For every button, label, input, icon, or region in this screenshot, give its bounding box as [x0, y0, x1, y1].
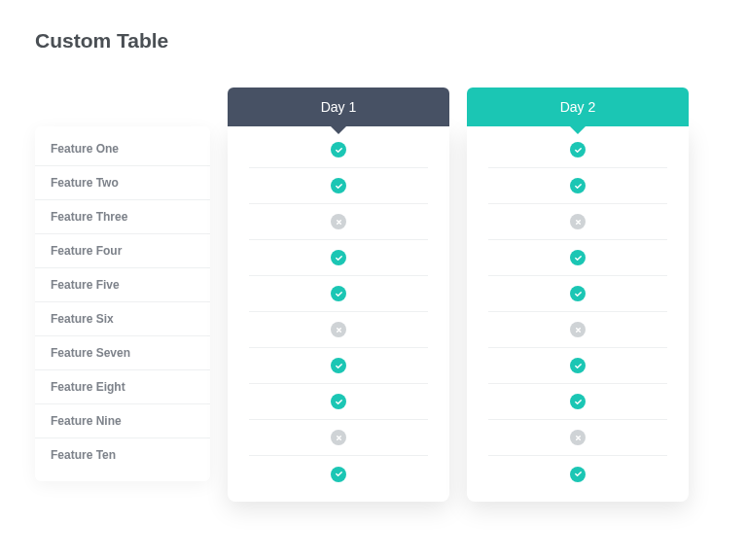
- feature-label-column: Feature One Feature Two Feature Three Fe…: [35, 126, 210, 481]
- feature-label: Feature One: [35, 132, 210, 166]
- table-cell: [488, 384, 667, 420]
- check-icon: [331, 467, 346, 482]
- table-cell: [249, 132, 428, 168]
- table-cell: [488, 420, 667, 456]
- table-cell: [249, 348, 428, 384]
- table-cell: [488, 240, 667, 276]
- check-icon: [570, 142, 586, 158]
- day2-body: [467, 126, 689, 502]
- feature-label: Feature Nine: [35, 404, 210, 438]
- check-icon: [331, 250, 346, 265]
- page-title: Custom Table: [35, 29, 712, 52]
- table-cell: [249, 240, 428, 276]
- table-cell: [249, 276, 428, 312]
- check-icon: [570, 467, 586, 482]
- column-header-day1: Day 1: [228, 88, 449, 126]
- table-cell: [488, 312, 667, 348]
- check-icon: [570, 394, 586, 409]
- table-cell: [488, 348, 667, 384]
- comparison-table: Feature One Feature Two Feature Three Fe…: [35, 88, 712, 502]
- table-cell: [249, 420, 428, 456]
- table-cell: [488, 456, 667, 492]
- feature-label: Feature Two: [35, 166, 210, 200]
- check-icon: [570, 178, 586, 193]
- check-icon: [331, 286, 346, 301]
- cross-icon: [570, 430, 586, 445]
- day1-body: [228, 126, 449, 502]
- check-icon: [570, 358, 586, 373]
- cross-icon: [331, 430, 346, 445]
- check-icon: [331, 178, 346, 193]
- table-cell: [488, 276, 667, 312]
- table-cell: [488, 168, 667, 204]
- table-cell: [249, 384, 428, 420]
- table-cell: [249, 168, 428, 204]
- cross-icon: [570, 214, 586, 229]
- table-cell: [488, 204, 667, 240]
- feature-label: Feature Three: [35, 200, 210, 234]
- column-header-day2: Day 2: [467, 88, 689, 126]
- feature-label: Feature Five: [35, 268, 210, 302]
- feature-label: Feature Ten: [35, 438, 210, 472]
- cross-icon: [570, 322, 586, 337]
- table-cell: [249, 204, 428, 240]
- check-icon: [331, 358, 346, 373]
- table-cell: [249, 312, 428, 348]
- feature-label: Feature Eight: [35, 370, 210, 404]
- day1-column: Day 1: [228, 88, 449, 502]
- table-cell: [249, 456, 428, 492]
- check-icon: [331, 142, 346, 158]
- feature-label: Feature Seven: [35, 336, 210, 370]
- table-cell: [488, 132, 667, 168]
- cross-icon: [331, 214, 346, 229]
- check-icon: [570, 286, 586, 301]
- feature-label: Feature Six: [35, 302, 210, 336]
- check-icon: [331, 394, 346, 409]
- cross-icon: [331, 322, 346, 337]
- feature-label: Feature Four: [35, 234, 210, 268]
- check-icon: [570, 250, 586, 265]
- day2-column: Day 2: [467, 88, 689, 502]
